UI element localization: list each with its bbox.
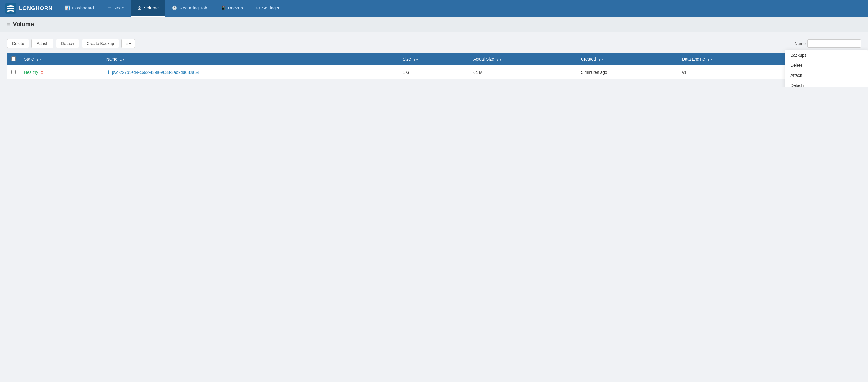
row-name-cell: ⬇ pvc-227b1ed4-c692-439a-9633-3ab2dd082a… xyxy=(102,65,399,79)
name-filter: Name xyxy=(795,39,861,48)
page-header-icon: ≡ xyxy=(7,22,10,27)
name-filter-input[interactable] xyxy=(807,39,861,48)
nav-label-node: Node xyxy=(114,5,124,10)
status-healthy: Healthy xyxy=(24,70,38,75)
nav-label-volume: Volume xyxy=(144,5,159,10)
nav-label-setting: Setting ▾ xyxy=(262,5,280,11)
nav-icon-setting: ⚙ xyxy=(256,5,260,11)
volume-download-icon: ⬇ xyxy=(106,69,110,75)
table-row: Healthy ⊙ ⬇ pvc-227b1ed4-c692-439a-9633-… xyxy=(7,65,861,79)
nav-logo-text: LONGHORN xyxy=(19,5,53,11)
nav-icon-recurring-job: 🕐 xyxy=(172,5,177,11)
data-engine-sort-icon: ▲▼ xyxy=(707,58,713,61)
nav-item-node[interactable]: 🖥Node xyxy=(100,0,131,16)
page-header: ≡ Volume xyxy=(0,16,868,32)
nav-item-backup[interactable]: 📱Backup xyxy=(214,0,250,16)
created-column-header[interactable]: Created ▲▼ xyxy=(577,53,678,65)
actual-size-sort-icon: ▲▼ xyxy=(496,58,502,61)
row-state-cell: Healthy ⊙ xyxy=(20,65,102,79)
navbar: LONGHORN 📊Dashboard🖥Node🗄Volume🕐Recurrin… xyxy=(0,0,868,16)
status-warning-icon: ⊙ xyxy=(40,70,44,75)
nav-label-dashboard: Dashboard xyxy=(72,5,94,10)
name-filter-label: Name xyxy=(795,41,806,46)
toolbar: Delete Attach Detach Create Backup ≡ ▾ N… xyxy=(7,39,861,48)
list-chevron: ▾ xyxy=(129,41,131,46)
nav-icon-volume: 🗄 xyxy=(137,5,142,10)
nav-icon-node: 🖥 xyxy=(107,5,112,10)
row-size-cell: 1 Gi xyxy=(399,65,469,79)
detach-button[interactable]: Detach xyxy=(56,39,79,48)
nav-item-setting[interactable]: ⚙Setting ▾ xyxy=(250,0,286,16)
dropdown-item-delete[interactable]: Delete xyxy=(785,60,868,70)
row-created-cell: 5 minutes ago xyxy=(577,65,678,79)
list-icon: ≡ xyxy=(125,41,128,46)
row-data-engine-cell: v1 xyxy=(678,65,792,79)
nav-icon-dashboard: 📊 xyxy=(64,5,70,11)
attach-button[interactable]: Attach xyxy=(31,39,54,48)
select-all-th xyxy=(7,53,20,65)
volume-table: State ▲▼ Name ▲▼ Size ▲▼ Actual Size ▲▼ … xyxy=(7,53,861,79)
dropdown-item-attach[interactable]: Attach xyxy=(785,70,868,80)
delete-button[interactable]: Delete xyxy=(7,39,29,48)
data-engine-column-header[interactable]: Data Engine ▲▼ xyxy=(678,53,792,65)
name-column-header[interactable]: Name ▲▼ xyxy=(102,53,399,65)
state-sort-icon: ▲▼ xyxy=(36,58,41,61)
nav-items: 📊Dashboard🖥Node🗄Volume🕐Recurring Job📱Bac… xyxy=(58,0,286,16)
nav-logo[interactable]: LONGHORN xyxy=(0,0,58,16)
dropdown-item-detach[interactable]: Detach xyxy=(785,80,868,86)
nav-item-recurring-job[interactable]: 🕐Recurring Job xyxy=(165,0,214,16)
row-actual-size-cell: 64 Mi xyxy=(469,65,577,79)
size-column-header[interactable]: Size ▲▼ xyxy=(399,53,469,65)
nav-icon-backup: 📱 xyxy=(220,5,226,11)
created-sort-icon: ▲▼ xyxy=(598,58,603,61)
page-title: Volume xyxy=(13,21,34,28)
name-sort-icon: ▲▼ xyxy=(120,58,125,61)
table-header-row: State ▲▼ Name ▲▼ Size ▲▼ Actual Size ▲▼ … xyxy=(7,53,861,65)
longhorn-logo-icon xyxy=(5,3,16,14)
nav-label-recurring-job: Recurring Job xyxy=(179,5,207,10)
state-column-header[interactable]: State ▲▼ xyxy=(20,53,102,65)
actual-size-column-header[interactable]: Actual Size ▲▼ xyxy=(469,53,577,65)
row-checkbox[interactable] xyxy=(11,70,16,74)
volume-name-link[interactable]: ⬇ pvc-227b1ed4-c692-439a-9633-3ab2dd082a… xyxy=(106,69,395,75)
row-checkbox-cell xyxy=(7,65,20,79)
create-backup-button[interactable]: Create Backup xyxy=(82,39,119,48)
volume-name-text: pvc-227b1ed4-c692-439a-9633-3ab2dd082a64 xyxy=(112,70,199,75)
nav-label-backup: Backup xyxy=(228,5,243,10)
select-all-checkbox[interactable] xyxy=(11,56,16,61)
context-dropdown-menu: BackupsDeleteAttachDetachUpgrade EngineU… xyxy=(785,50,868,86)
size-sort-icon: ▲▼ xyxy=(413,58,418,61)
nav-item-dashboard[interactable]: 📊Dashboard xyxy=(58,0,100,16)
list-options-button[interactable]: ≡ ▾ xyxy=(122,39,135,48)
nav-item-volume[interactable]: 🗄Volume xyxy=(131,0,165,16)
dropdown-item-backups[interactable]: Backups xyxy=(785,50,868,60)
page-content: Delete Attach Detach Create Backup ≡ ▾ N… xyxy=(0,32,868,86)
volume-table-wrap: State ▲▼ Name ▲▼ Size ▲▼ Actual Size ▲▼ … xyxy=(7,53,861,79)
